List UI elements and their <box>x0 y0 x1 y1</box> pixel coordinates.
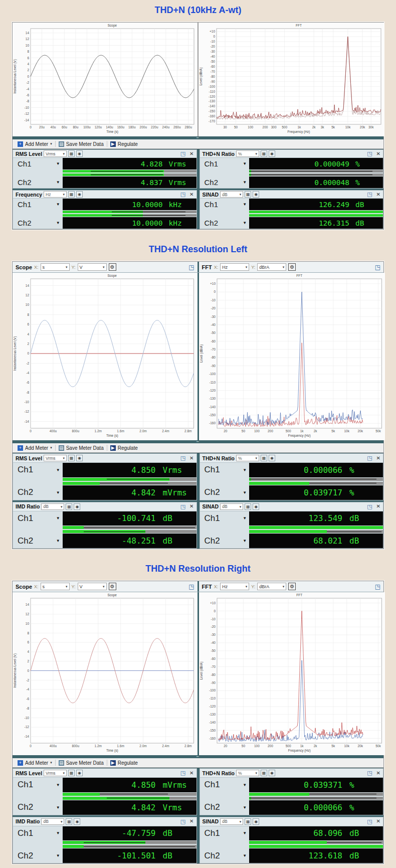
channel-selector[interactable]: Ch1▼ <box>13 463 63 477</box>
close-icon[interactable]: ✕ <box>376 456 380 461</box>
popout-icon[interactable]: ◳ <box>180 192 185 197</box>
close-icon[interactable]: ✕ <box>376 192 380 197</box>
channel-selector[interactable]: Ch1▼ <box>13 826 63 841</box>
meter-unit-select[interactable]: %▾ <box>236 455 259 461</box>
popout-icon[interactable]: ◳ <box>180 455 185 461</box>
toolbar-save-meter-data-button[interactable]: ▤Save Meter Data <box>56 758 107 767</box>
scope-x-unit-select[interactable]: s▾ <box>41 263 70 271</box>
scope-y-unit-select[interactable]: V▾ <box>78 263 107 271</box>
popout-icon[interactable]: ◳ <box>180 770 185 776</box>
meter-unit-select[interactable]: dB▾ <box>220 191 243 198</box>
popout-icon[interactable]: ◳ <box>367 192 372 197</box>
fft-x-unit-select[interactable]: Hz▾ <box>220 263 249 271</box>
toolbar-add-meter-button[interactable]: +Add Meter▾ <box>15 139 55 148</box>
scope-y-unit-select[interactable]: V▾ <box>78 583 107 590</box>
toolbar-add-meter-button[interactable]: +Add Meter▾ <box>15 758 55 767</box>
gear-icon[interactable]: ⚙ <box>288 583 296 590</box>
popout-icon[interactable]: ◳ <box>367 151 372 156</box>
toolbar-regulate-button[interactable]: ▶Regulate <box>107 139 141 148</box>
popout-icon[interactable]: ◳ <box>188 584 194 590</box>
popout-icon[interactable]: ◳ <box>188 264 194 270</box>
toolbar-regulate-button[interactable]: ▶Regulate <box>107 758 141 767</box>
channel-selector[interactable]: Ch1▼ <box>13 778 63 792</box>
channel-selector[interactable]: Ch1▼ <box>13 199 63 210</box>
gear-icon[interactable]: ⚙ <box>288 263 296 271</box>
popout-icon[interactable]: ◳ <box>180 504 185 509</box>
channel-selector[interactable]: Ch1▼ <box>200 158 250 169</box>
close-icon[interactable]: ✕ <box>376 819 380 824</box>
meter-settings-icon[interactable]: ◉ <box>253 818 259 825</box>
channel-selector[interactable]: Ch1▼ <box>200 778 250 792</box>
display-options-icon[interactable]: ▦ <box>68 770 75 776</box>
display-options-icon[interactable]: ▦ <box>68 150 75 157</box>
channel-selector[interactable]: Ch2▼ <box>200 485 250 500</box>
popout-icon[interactable]: ◳ <box>367 504 372 509</box>
channel-selector[interactable]: Ch1▼ <box>200 511 250 526</box>
meter-unit-select[interactable]: %▾ <box>236 770 259 776</box>
toolbar-save-meter-data-button[interactable]: ▤Save Meter Data <box>56 139 107 148</box>
meter-settings-icon[interactable]: ◉ <box>269 770 275 776</box>
channel-selector[interactable]: Ch2▼ <box>200 800 250 815</box>
display-options-icon[interactable]: ▦ <box>66 503 72 510</box>
channel-selector[interactable]: Ch2▼ <box>200 534 250 548</box>
toolbar-regulate-button[interactable]: ▶Regulate <box>107 443 141 452</box>
popout-icon[interactable]: ◳ <box>367 770 372 776</box>
display-options-icon[interactable]: ▦ <box>261 150 267 157</box>
display-options-icon[interactable]: ▦ <box>68 191 75 198</box>
channel-selector[interactable]: Ch2▼ <box>200 177 250 188</box>
channel-selector[interactable]: Ch1▼ <box>13 511 63 526</box>
scope-x-unit-select[interactable]: s▾ <box>41 583 70 590</box>
display-options-icon[interactable]: ▦ <box>245 191 251 198</box>
toolbar-save-meter-data-button[interactable]: ▤Save Meter Data <box>56 443 107 452</box>
meter-unit-select[interactable]: %▾ <box>236 150 259 157</box>
toolbar-add-meter-button[interactable]: +Add Meter▾ <box>15 443 55 452</box>
channel-selector[interactable]: Ch1▼ <box>200 826 250 841</box>
channel-selector[interactable]: Ch2▼ <box>13 217 63 229</box>
display-options-icon[interactable]: ▦ <box>66 818 72 825</box>
channel-selector[interactable]: Ch2▼ <box>13 534 63 548</box>
display-options-icon[interactable]: ▦ <box>245 503 251 510</box>
display-options-icon[interactable]: ▦ <box>261 770 267 776</box>
meter-unit-select[interactable]: dB▾ <box>220 818 243 825</box>
close-icon[interactable]: ✕ <box>189 192 193 197</box>
close-icon[interactable]: ✕ <box>376 771 380 776</box>
meter-unit-select[interactable]: Vrms▾ <box>44 455 67 461</box>
channel-selector[interactable]: Ch1▼ <box>200 463 250 477</box>
popout-icon[interactable]: ◳ <box>375 584 380 590</box>
meter-unit-select[interactable]: dB▾ <box>220 503 243 510</box>
gear-icon[interactable]: ⚙ <box>109 263 116 271</box>
meter-unit-select[interactable]: Vrms▾ <box>44 150 67 157</box>
close-icon[interactable]: ✕ <box>189 819 193 824</box>
meter-settings-icon[interactable]: ◉ <box>269 150 275 157</box>
meter-settings-icon[interactable]: ◉ <box>76 770 83 776</box>
channel-selector[interactable]: Ch2▼ <box>13 485 63 500</box>
popout-icon[interactable]: ◳ <box>180 151 185 156</box>
gear-icon[interactable]: ⚙ <box>109 583 116 590</box>
close-icon[interactable]: ✕ <box>189 151 193 156</box>
display-options-icon[interactable]: ▦ <box>68 455 75 461</box>
popout-icon[interactable]: ◳ <box>180 819 185 824</box>
display-options-icon[interactable]: ▦ <box>245 818 251 825</box>
close-icon[interactable]: ✕ <box>189 504 193 509</box>
close-icon[interactable]: ✕ <box>189 771 193 776</box>
channel-selector[interactable]: Ch2▼ <box>13 848 63 863</box>
popout-icon[interactable]: ◳ <box>367 819 372 824</box>
display-options-icon[interactable]: ▦ <box>261 455 267 461</box>
channel-selector[interactable]: Ch1▼ <box>200 199 250 210</box>
meter-settings-icon[interactable]: ◉ <box>269 455 275 461</box>
fft-y-unit-select[interactable]: dBrA▾ <box>257 263 286 271</box>
channel-selector[interactable]: Ch2▼ <box>13 177 63 188</box>
fft-x-unit-select[interactable]: Hz▾ <box>220 583 249 590</box>
channel-selector[interactable]: Ch1▼ <box>13 158 63 169</box>
meter-settings-icon[interactable]: ◉ <box>253 503 259 510</box>
popout-icon[interactable]: ◳ <box>375 264 380 270</box>
channel-selector[interactable]: Ch2▼ <box>200 217 250 229</box>
meter-settings-icon[interactable]: ◉ <box>74 818 80 825</box>
channel-selector[interactable]: Ch2▼ <box>13 800 63 815</box>
meter-settings-icon[interactable]: ◉ <box>76 191 83 198</box>
meter-settings-icon[interactable]: ◉ <box>74 503 80 510</box>
meter-unit-select[interactable]: Hz▾ <box>44 191 67 198</box>
meter-settings-icon[interactable]: ◉ <box>76 150 83 157</box>
meter-unit-select[interactable]: dB▾ <box>41 818 64 825</box>
close-icon[interactable]: ✕ <box>376 504 380 509</box>
